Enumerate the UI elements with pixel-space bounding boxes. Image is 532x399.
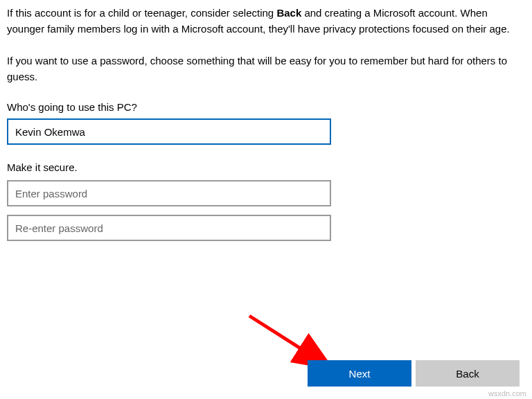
username-input[interactable] bbox=[7, 118, 331, 145]
intro-text-a: If this account is for a child or teenag… bbox=[7, 7, 276, 19]
watermark-text: wsxdn.com bbox=[488, 389, 526, 398]
password-confirm-input[interactable] bbox=[7, 215, 331, 241]
label-who: Who's going to use this PC? bbox=[7, 101, 525, 113]
footer-buttons: Next Back bbox=[308, 360, 520, 387]
back-button[interactable]: Back bbox=[416, 360, 520, 387]
intro-child-account: If this account is for a child or teenag… bbox=[7, 6, 520, 37]
intro-bold-back: Back bbox=[276, 7, 301, 19]
password-input[interactable] bbox=[7, 180, 331, 206]
intro-password-tip: If you want to use a password, choose so… bbox=[7, 53, 520, 85]
next-button[interactable]: Next bbox=[308, 360, 411, 387]
label-secure: Make it secure. bbox=[7, 161, 525, 173]
svg-line-1 bbox=[249, 316, 326, 364]
